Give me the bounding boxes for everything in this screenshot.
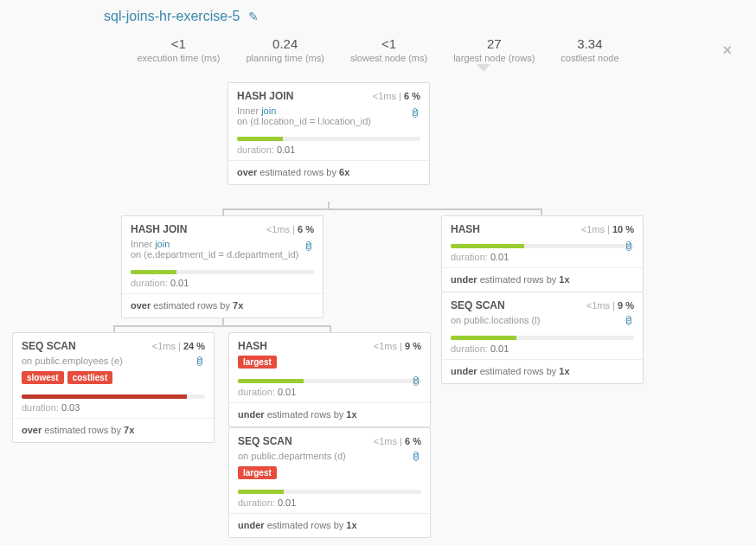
plan-node-seq-scan-employees[interactable]: SEQ SCAN <1ms | 24 % on public.employees… — [12, 332, 215, 443]
plan-node-hash[interactable]: HASH <1ms | 9 % largest 🛢 duration: 0.01… — [228, 332, 431, 427]
estimation-row: under estimated rows by 1x — [442, 360, 643, 383]
plan-node-hash-join-root[interactable]: HASH JOIN <1ms | 6 % Inner join on (d.lo… — [227, 82, 430, 185]
plan-node-seq-scan-departments[interactable]: SEQ SCAN <1ms | 6 % on public.department… — [228, 427, 431, 538]
node-type: HASH — [238, 340, 267, 352]
metrics-row: <1 execution time (ms) 0.24 planning tim… — [0, 36, 756, 75]
estimation-row: under estimated rows by 1x — [229, 514, 430, 537]
database-icon[interactable]: 🛢 — [411, 375, 421, 388]
node-type: HASH — [451, 223, 480, 235]
tag-slowest: slowest — [22, 371, 64, 384]
metric-label: planning time (ms) — [246, 53, 324, 63]
metrics-pointer-icon — [477, 64, 490, 72]
database-icon[interactable]: 🛢 — [304, 240, 314, 253]
node-type: HASH JOIN — [131, 223, 187, 235]
node-tags: largest — [229, 466, 430, 484]
node-tags: largest — [229, 356, 430, 374]
duration-bar — [442, 330, 643, 342]
duration-bar — [229, 484, 430, 496]
metric-label: costliest node — [561, 53, 618, 63]
plan-node-seq-scan-locations[interactable]: SEQ SCAN <1ms | 9 % on public.locations … — [441, 292, 644, 384]
database-icon[interactable]: 🛢 — [195, 356, 205, 368]
plan-canvas[interactable]: HASH JOIN <1ms | 6 % Inner join on (d.lo… — [0, 75, 756, 542]
tag-largest: largest — [238, 356, 277, 369]
edit-icon[interactable]: ✎ — [248, 10, 259, 23]
metric-value: 0.24 — [246, 36, 324, 51]
database-icon[interactable]: 🛢 — [410, 107, 420, 119]
estimation-row: over estimated rows by 7x — [122, 294, 323, 317]
plan-node-hash[interactable]: HASH <1ms | 10 % 🛢 duration: 0.01 under … — [441, 215, 644, 292]
metric-label: slowest node (ms) — [350, 53, 427, 63]
metric-largest-node: 27 largest node (rows) — [453, 36, 535, 63]
node-timing: <1ms | 6 % — [374, 436, 421, 446]
metric-slowest-node: <1 slowest node (ms) — [350, 36, 427, 63]
close-icon[interactable]: × — [722, 42, 732, 60]
connector — [222, 318, 224, 327]
node-timing: <1ms | 6 % — [373, 91, 420, 101]
metric-value: 27 — [453, 36, 535, 51]
metric-value: <1 — [137, 36, 220, 51]
database-icon[interactable]: 🛢 — [624, 315, 634, 327]
node-timing: <1ms | 9 % — [374, 341, 421, 351]
metric-value: <1 — [350, 36, 427, 51]
tag-largest: largest — [238, 466, 277, 479]
metric-label: largest node (rows) — [453, 53, 535, 63]
duration-bar: 🛢 — [442, 239, 643, 250]
duration-bar — [228, 131, 429, 143]
node-timing: <1ms | 9 % — [586, 300, 634, 311]
plan-node-hash-join[interactable]: HASH JOIN <1ms | 6 % Inner join on (e.de… — [121, 215, 324, 318]
node-type: SEQ SCAN — [238, 435, 292, 447]
node-timing: <1ms | 10 % — [581, 224, 634, 234]
node-type: HASH JOIN — [237, 90, 293, 102]
plan-title-link[interactable]: sql-joins-hr-exercise-5 — [104, 9, 240, 23]
estimation-row: over estimated rows by 7x — [13, 419, 214, 442]
duration-bar: 🛢 — [229, 374, 430, 385]
metric-exec-time: <1 execution time (ms) — [137, 36, 220, 63]
metric-costliest-node: 3.34 costliest node — [561, 36, 618, 63]
estimation-row: under estimated rows by 1x — [442, 268, 643, 292]
node-type: SEQ SCAN — [451, 299, 505, 311]
duration-bar — [122, 265, 323, 276]
estimation-row: under estimated rows by 1x — [229, 403, 430, 426]
plan-title-bar: sql-joins-hr-exercise-5 ✎ — [0, 0, 756, 24]
metric-value: 3.34 — [561, 36, 618, 51]
duration-bar — [13, 389, 214, 401]
metric-label: execution time (ms) — [137, 53, 220, 63]
node-timing: <1ms | 6 % — [266, 224, 314, 234]
metric-plan-time: 0.24 planning time (ms) — [246, 36, 324, 63]
node-type: SEQ SCAN — [22, 340, 76, 352]
tag-costliest: costliest — [67, 371, 113, 384]
estimation-row: over estimated rows by 6x — [228, 161, 429, 184]
node-tags: slowest costliest — [13, 371, 214, 389]
database-icon[interactable]: 🛢 — [411, 451, 421, 463]
database-icon[interactable]: 🛢 — [624, 240, 634, 253]
node-timing: <1ms | 24 % — [152, 341, 205, 351]
